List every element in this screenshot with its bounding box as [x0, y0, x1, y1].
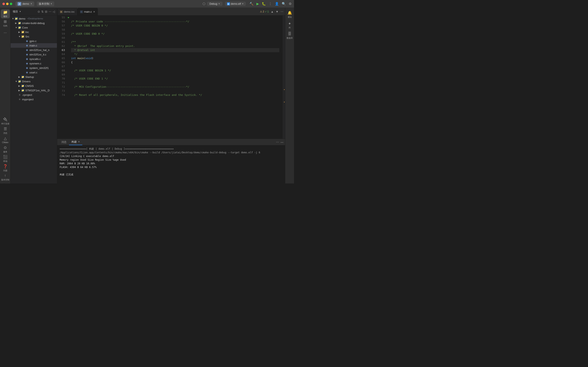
- tree-item-cmake-build-debug[interactable]: ▶ 📁 cmake-build-debug: [11, 21, 57, 25]
- problems-icon: ❓: [3, 164, 8, 169]
- editor-scroll[interactable]: 5556575859606162636465666768697071727374…: [57, 16, 283, 139]
- tree-item-stm32-hal[interactable]: ▶ ◉ stm32f1xx_hal_n: [11, 48, 57, 52]
- right-sidebar-item-ai[interactable]: ✦ AI: [286, 20, 294, 30]
- sidebar-item-vcs[interactable]: ↑ 版本控制: [1, 173, 10, 182]
- folder-icon-cmsis: 📁: [21, 84, 25, 87]
- bottom-more-icon[interactable]: ⋯: [276, 141, 279, 144]
- tree-root-demo[interactable]: ▼ 📁 demo ~/Desktop/demo: [11, 16, 57, 21]
- sidebar-item-cmake[interactable]: △ CMake: [1, 135, 10, 144]
- run-config-selector[interactable]: ▶ demo.elf ▼: [225, 2, 246, 6]
- tree-item-startup[interactable]: ▶ 📁 Startup: [11, 75, 57, 79]
- tree-item-sysmem[interactable]: ▶ ◉ sysmem.c: [11, 61, 57, 66]
- tree-label-main-c: main.c: [29, 44, 37, 47]
- folder-icon-demo: 📁: [15, 17, 18, 20]
- close-button[interactable]: [2, 3, 5, 5]
- tree-hide-icon[interactable]: ◁: [53, 10, 55, 13]
- tree-item-drivers[interactable]: ▼ 📁 Drivers: [11, 79, 57, 83]
- vcs-widget[interactable]: 版本控制 ▼: [37, 1, 54, 6]
- sidebar-item-more[interactable]: ···: [1, 28, 10, 37]
- run-button[interactable]: ▶: [256, 2, 259, 6]
- sidebar-item-messages[interactable]: ☰ 消息: [1, 126, 10, 135]
- tab-build[interactable]: 构建 ✕: [69, 139, 82, 145]
- tree-item-myproject[interactable]: ▶ ≡ myproject: [11, 97, 57, 101]
- debug-selector[interactable]: Debug ▼: [207, 2, 223, 6]
- file-icon-stm32-hal: ◉: [25, 48, 29, 52]
- sidebar-item-terminal[interactable]: ⬛ 终端: [1, 154, 10, 163]
- sidebar-item-serial[interactable]: 🔌 串行连接: [1, 117, 10, 125]
- sidebar-item-project[interactable]: 📁 项目: [1, 9, 10, 18]
- tree-label-inc: Inc: [25, 31, 29, 34]
- file-tree-header: 项目 ▼ ⊙ ⇅ ⊟ ⋯ ◁: [11, 8, 57, 16]
- arrow-inc: ▶: [18, 31, 21, 33]
- ok-icon: ✓: [265, 10, 267, 13]
- folder-icon-src: 📁: [21, 35, 25, 38]
- serial-icon: 🔌: [3, 117, 8, 122]
- file-tree-body[interactable]: ▼ 📁 demo ~/Desktop/demo ▶ 📁 cmake-build-…: [11, 16, 57, 184]
- tree-more-icon[interactable]: ⋯: [49, 10, 52, 13]
- tab-messages[interactable]: 消息: [59, 139, 69, 145]
- tree-locate-icon[interactable]: ⊙: [38, 10, 40, 13]
- tree-item-main-c[interactable]: ▶ ◉ main.c: [11, 43, 57, 48]
- ai-icon: ✦: [288, 21, 291, 26]
- project-selector[interactable]: d demo ▼: [16, 1, 34, 6]
- debug-run-button[interactable]: 🐛: [262, 2, 266, 6]
- code-editor[interactable]: 5556575859606162636465666768697071727374…: [57, 16, 285, 139]
- nav-down-icon[interactable]: ▼: [276, 10, 278, 13]
- cmake-icon: △: [4, 136, 7, 141]
- tree-item-system-stm32[interactable]: ▶ ◉ system_stm32f1: [11, 66, 57, 70]
- sidebar-label-vcs: 版本控制: [1, 178, 9, 181]
- more-icon[interactable]: ⋮: [269, 2, 272, 6]
- sidebar-label-serial: 串行连接: [1, 122, 9, 125]
- tab-demo-ioc[interactable]: ⊕ demo.ioc: [57, 8, 77, 15]
- editor-more-icon[interactable]: ⋯: [281, 10, 283, 13]
- tree-item-usart[interactable]: ▶ ◉ usart.c: [11, 70, 57, 75]
- tree-item-syscalls[interactable]: ▶ ◉ syscalls.c: [11, 57, 57, 61]
- search-icon[interactable]: 🔍: [282, 2, 286, 6]
- sidebar-label-services: 服务: [3, 150, 7, 153]
- terminal-output[interactable]: ==================[ 构建 | demo.elf | Debu…: [57, 145, 285, 184]
- arrow-demo: ▼: [12, 17, 15, 20]
- bottom-minimize-icon[interactable]: —: [281, 141, 283, 144]
- tree-item-inc[interactable]: ▶ 📁 Inc: [11, 30, 57, 34]
- tab-label-main-c: main.c: [84, 10, 92, 13]
- minimize-button[interactable]: [6, 3, 9, 5]
- tree-item-cproject[interactable]: ▶ ≡ .cproject: [11, 92, 57, 97]
- arrow-stm32-hal-driver: ▶: [18, 89, 21, 92]
- tab-close-main-c[interactable]: ✕: [93, 10, 95, 13]
- right-sidebar-item-notifications[interactable]: 🔔 通知: [286, 9, 294, 20]
- tree-item-gpio[interactable]: ▶ ◉ gpio.c: [11, 39, 57, 43]
- tree-expand-icon[interactable]: ⇅: [41, 10, 44, 13]
- tree-label-core: Core: [22, 26, 28, 29]
- tree-item-stm32-it[interactable]: ▶ ◉ stm32f1xx_it.c: [11, 52, 57, 57]
- sidebar-item-services[interactable]: ⊙ 服务: [1, 145, 10, 154]
- project-dropdown-icon: ▼: [30, 3, 33, 5]
- folder-icon-startup: 📁: [21, 75, 25, 78]
- settings-icon[interactable]: ⚙: [289, 2, 292, 6]
- file-icon-cproject: ≡: [18, 93, 21, 96]
- profile-icon[interactable]: ⬡: [203, 2, 205, 6]
- right-sidebar-item-database[interactable]: 🗄 数据库: [286, 31, 294, 41]
- left-sidebar-icons: 📁 项目 ⊞ 结构 ··· 🔌 串行连接 ☰ 消息 △ CMake: [0, 8, 11, 184]
- run-config-dropdown-icon: ▼: [242, 3, 244, 5]
- folder-icon-inc: 📁: [21, 30, 25, 34]
- tree-collapse-icon[interactable]: ⊟: [45, 10, 47, 13]
- tree-item-core[interactable]: ▼ 📁 Core: [11, 25, 57, 30]
- nav-up-icon[interactable]: ▲: [271, 10, 274, 13]
- error-badge: ⚠ 2 ✓ 1: [260, 10, 269, 13]
- sidebar-item-structure[interactable]: ⊞ 结构: [1, 19, 10, 28]
- tab-main-c[interactable]: C main.c ✕: [77, 8, 98, 15]
- code-lines[interactable]: /* Private user code -------------------…: [70, 16, 283, 139]
- vcs-dropdown-icon: ▼: [50, 3, 52, 5]
- folder-icon-drivers: 📁: [18, 80, 21, 83]
- tree-item-cmsis[interactable]: ▶ 📁 CMSIS: [11, 83, 57, 88]
- tree-item-src[interactable]: ▼ 📁 Src: [11, 34, 57, 39]
- fullscreen-button[interactable]: [10, 3, 12, 5]
- tree-label-drivers: Drivers: [22, 80, 30, 83]
- sidebar-item-problems[interactable]: ❓ 问题: [1, 164, 10, 173]
- tree-item-stm32-hal-driver[interactable]: ▶ 📁 STM32F1xx_HAL_D: [11, 88, 57, 92]
- file-icon-gpio: ◉: [25, 39, 29, 43]
- account-icon[interactable]: 👤: [275, 2, 279, 6]
- tree-label-cmake-build: cmake-build-debug: [22, 22, 45, 25]
- tab-close-build[interactable]: ✕: [78, 141, 80, 143]
- hammer-icon[interactable]: 🔨: [250, 2, 254, 6]
